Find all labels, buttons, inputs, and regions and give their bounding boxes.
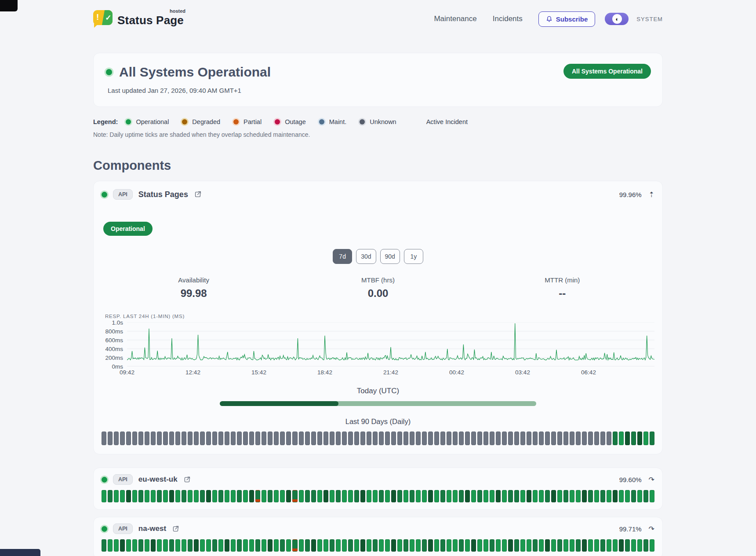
uptime-tick[interactable] (440, 432, 445, 445)
uptime-tick[interactable] (434, 490, 439, 502)
uptime-tick[interactable] (323, 539, 328, 552)
uptime-tick[interactable] (120, 432, 125, 445)
uptime-tick[interactable] (311, 490, 316, 502)
uptime-tick[interactable] (453, 432, 458, 445)
uptime-tick[interactable] (459, 432, 464, 445)
uptime-tick[interactable] (175, 490, 180, 502)
uptime-tick[interactable] (323, 432, 328, 445)
uptime-tick[interactable] (600, 490, 605, 502)
uptime-tick[interactable] (403, 490, 408, 502)
uptime-tick[interactable] (194, 432, 199, 445)
uptime-tick[interactable] (403, 432, 408, 445)
theme-toggle[interactable]: ◐ (605, 13, 629, 25)
uptime-tick[interactable] (249, 432, 254, 445)
uptime-tick[interactable] (428, 432, 433, 445)
uptime-tick[interactable] (360, 539, 365, 552)
uptime-tick[interactable] (286, 539, 291, 552)
uptime-tick[interactable] (231, 490, 236, 502)
uptime-tick[interactable] (600, 539, 605, 552)
uptime-tick[interactable] (330, 539, 334, 552)
uptime-tick[interactable] (212, 432, 217, 445)
uptime-tick[interactable] (563, 432, 568, 445)
uptime-tick[interactable] (588, 432, 593, 445)
uptime-tick[interactable] (145, 432, 149, 445)
uptime-tick[interactable] (102, 539, 106, 552)
range-button-7d[interactable]: 7d (333, 249, 352, 264)
uptime-tick[interactable] (163, 539, 168, 552)
range-button-30d[interactable]: 30d (356, 249, 376, 264)
uptime-tick[interactable] (416, 539, 421, 552)
subscribe-button[interactable]: Subscribe (538, 11, 596, 27)
uptime-tick[interactable] (348, 490, 353, 502)
uptime-tick[interactable] (317, 490, 322, 502)
uptime-tick[interactable] (410, 490, 414, 502)
uptime-tick[interactable] (311, 432, 316, 445)
uptime-tick[interactable] (588, 490, 593, 502)
uptime-tick[interactable] (218, 432, 223, 445)
uptime-tick[interactable] (200, 539, 205, 552)
uptime-tick[interactable] (255, 432, 260, 445)
uptime-tick[interactable] (342, 490, 347, 502)
uptime-tick[interactable] (299, 490, 304, 502)
uptime-tick[interactable] (453, 490, 458, 502)
uptime-tick[interactable] (175, 539, 180, 552)
uptime-tick[interactable] (169, 539, 174, 552)
uptime-tick[interactable] (576, 539, 581, 552)
uptime-tick[interactable] (200, 490, 205, 502)
uptime-tick[interactable] (447, 539, 451, 552)
uptime-tick[interactable] (483, 490, 488, 502)
uptime-tick[interactable] (225, 490, 229, 502)
uptime-tick[interactable] (545, 539, 550, 552)
uptime-tick[interactable] (286, 432, 291, 445)
uptime-tick[interactable] (182, 539, 186, 552)
uptime-tick[interactable] (440, 539, 445, 552)
uptime-tick[interactable] (637, 539, 642, 552)
uptime-tick[interactable] (305, 490, 310, 502)
range-button-1y[interactable]: 1y (404, 249, 423, 264)
uptime-tick[interactable] (373, 490, 378, 502)
uptime-tick[interactable] (231, 432, 236, 445)
external-link-icon[interactable] (194, 190, 202, 198)
uptime-tick[interactable] (206, 490, 211, 502)
uptime-tick[interactable] (151, 432, 156, 445)
uptime-tick[interactable] (410, 539, 414, 552)
uptime-tick[interactable] (496, 490, 501, 502)
uptime-tick[interactable] (514, 539, 519, 552)
uptime-tick[interactable] (533, 432, 538, 445)
uptime-tick[interactable] (212, 539, 217, 552)
uptime-tick[interactable] (570, 490, 574, 502)
uptime-tick[interactable] (625, 490, 630, 502)
uptime-tick[interactable] (243, 490, 248, 502)
uptime-tick[interactable] (237, 490, 242, 502)
uptime-tick[interactable] (410, 432, 414, 445)
uptime-tick[interactable] (200, 432, 205, 445)
uptime-tick[interactable] (520, 432, 525, 445)
uptime-tick[interactable] (354, 432, 359, 445)
uptime-tick[interactable] (120, 539, 125, 552)
uptime-tick[interactable] (416, 490, 421, 502)
uptime-tick[interactable] (373, 432, 378, 445)
uptime-tick[interactable] (336, 539, 341, 552)
uptime-tick[interactable] (477, 539, 482, 552)
uptime-tick[interactable] (268, 539, 273, 552)
uptime-tick[interactable] (422, 490, 427, 502)
uptime-tick[interactable] (440, 490, 445, 502)
uptime-tick[interactable] (459, 490, 464, 502)
uptime-tick[interactable] (126, 432, 131, 445)
uptime-tick[interactable] (225, 432, 229, 445)
uptime-tick[interactable] (637, 432, 642, 445)
uptime-tick[interactable] (502, 432, 507, 445)
uptime-tick[interactable] (582, 490, 587, 502)
uptime-tick[interactable] (403, 539, 408, 552)
uptime-tick[interactable] (132, 539, 137, 552)
uptime-tick[interactable] (416, 432, 421, 445)
external-link-icon[interactable] (172, 525, 179, 533)
uptime-tick[interactable] (194, 539, 199, 552)
uptime-tick[interactable] (163, 432, 168, 445)
uptime-tick[interactable] (169, 490, 174, 502)
uptime-tick[interactable] (588, 539, 593, 552)
uptime-tick[interactable] (354, 539, 359, 552)
uptime-tick[interactable] (151, 539, 156, 552)
uptime-tick[interactable] (151, 490, 156, 502)
uptime-tick[interactable] (465, 432, 470, 445)
